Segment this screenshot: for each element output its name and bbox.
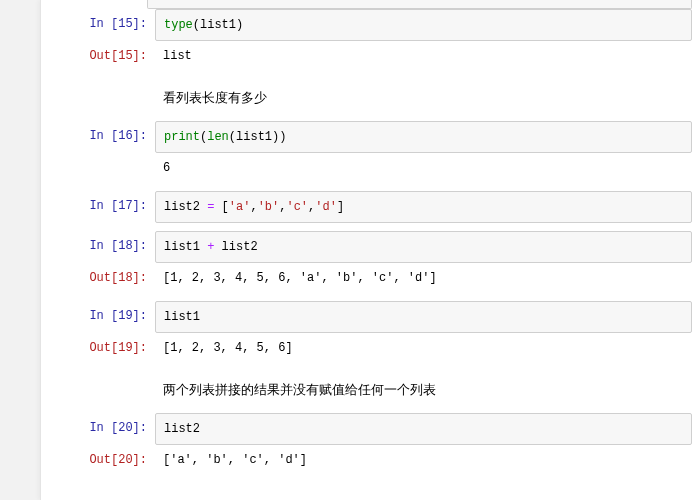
output-cell: Out[15]:list — [41, 41, 700, 71]
out-prompt: Out[19]: — [41, 333, 155, 363]
markdown-text: 两个列表拼接的结果并没有赋值给任何一个列表 — [155, 371, 700, 413]
markdown-cell: 两个列表拼接的结果并没有赋值给任何一个列表 — [41, 371, 700, 413]
cell-gap — [41, 71, 700, 79]
markdown-text: 看列表长度有多少 — [155, 79, 700, 121]
stream-text: 6 — [155, 153, 700, 183]
cell-gap — [41, 223, 700, 231]
code-input[interactable]: list1 + list2 — [155, 231, 692, 263]
output-cell: Out[18]:[1, 2, 3, 4, 5, 6, 'a', 'b', 'c'… — [41, 263, 700, 293]
code-text: list2 = ['a','b','c','d'] — [164, 198, 681, 216]
cells-container: In [15]:type(list1)Out[15]:list看列表长度有多少I… — [41, 9, 700, 483]
empty-prompt — [41, 79, 155, 91]
code-input[interactable]: type(list1) — [155, 9, 692, 41]
output-cell: Out[20]:['a', 'b', 'c', 'd'] — [41, 445, 700, 475]
empty-prompt — [41, 371, 155, 383]
code-input[interactable]: list1 — [155, 301, 692, 333]
notebook-page: In [15]:type(list1)Out[15]:list看列表长度有多少I… — [40, 0, 700, 500]
out-prompt: Out[20]: — [41, 445, 155, 475]
cell-gap — [41, 475, 700, 483]
cell-gap — [41, 183, 700, 191]
output-text: list — [155, 41, 700, 71]
code-input[interactable]: list2 = ['a','b','c','d'] — [155, 191, 692, 223]
output-text: [1, 2, 3, 4, 5, 6] — [155, 333, 700, 363]
out-prompt: Out[18]: — [41, 263, 155, 293]
output-text: ['a', 'b', 'c', 'd'] — [155, 445, 700, 475]
empty-prompt — [41, 153, 155, 165]
input-cell: In [19]:list1 — [41, 301, 700, 333]
code-text: type(list1) — [164, 16, 681, 34]
in-prompt: In [15]: — [41, 9, 155, 39]
code-input[interactable]: list2 — [155, 413, 692, 445]
output-text: [1, 2, 3, 4, 5, 6, 'a', 'b', 'c', 'd'] — [155, 263, 700, 293]
code-text: print(len(list1)) — [164, 128, 681, 146]
input-cell: In [17]:list2 = ['a','b','c','d'] — [41, 191, 700, 223]
cell-gap — [41, 293, 700, 301]
stream-output: 6 — [41, 153, 700, 183]
code-text: list1 + list2 — [164, 238, 681, 256]
in-prompt: In [16]: — [41, 121, 155, 151]
input-cell: In [20]:list2 — [41, 413, 700, 445]
cell-gap — [41, 363, 700, 371]
code-input[interactable]: print(len(list1)) — [155, 121, 692, 153]
in-prompt: In [17]: — [41, 191, 155, 221]
input-cell: In [16]:print(len(list1)) — [41, 121, 700, 153]
input-cell: In [15]:type(list1) — [41, 9, 700, 41]
input-cell: In [18]:list1 + list2 — [41, 231, 700, 263]
partial-cell-top — [147, 0, 692, 9]
code-text: list1 — [164, 308, 681, 326]
in-prompt: In [18]: — [41, 231, 155, 261]
output-cell: Out[19]:[1, 2, 3, 4, 5, 6] — [41, 333, 700, 363]
code-text: list2 — [164, 420, 681, 438]
out-prompt: Out[15]: — [41, 41, 155, 71]
in-prompt: In [19]: — [41, 301, 155, 331]
markdown-cell: 看列表长度有多少 — [41, 79, 700, 121]
in-prompt: In [20]: — [41, 413, 155, 443]
